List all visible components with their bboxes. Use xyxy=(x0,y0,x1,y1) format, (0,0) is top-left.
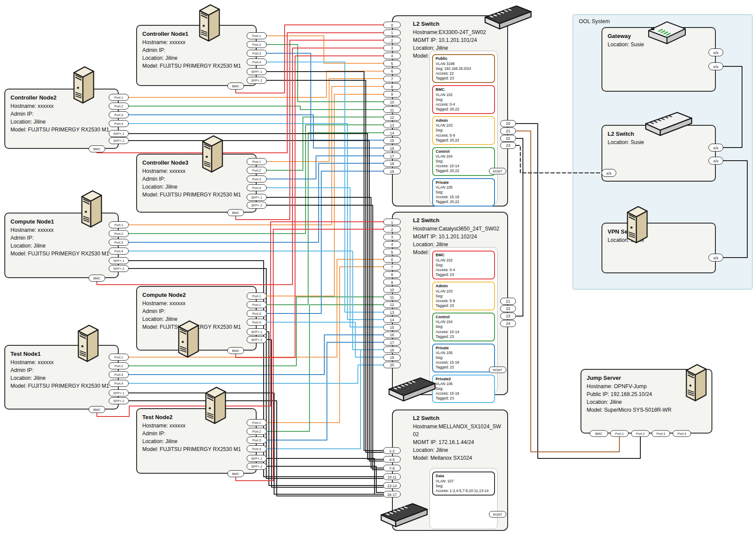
device-detail-line: Location: Jiline xyxy=(142,54,251,62)
wire-black-controller-node1 xyxy=(267,72,383,451)
vlan-detail-line: Seg: xyxy=(436,97,491,102)
wire-black-controller-node3 xyxy=(267,197,383,468)
port-left-15: 15 xyxy=(383,324,401,330)
vlan-detail-line: Tagged: 23 xyxy=(436,396,491,401)
port-bmc: BMC xyxy=(89,275,105,282)
device-detail-line: Model: FUJITSU PRIMERGY RX2530 M1 xyxy=(10,250,113,258)
device-info: Controller Node3Hostname: xxxxxxAdmin IP… xyxy=(137,155,256,212)
vlan-detail-line: VLAN 104 xyxy=(436,320,491,324)
port-xx: x/x xyxy=(708,144,723,151)
server-icon xyxy=(70,65,98,105)
port-port.1: Port.1 xyxy=(109,221,129,228)
port-port.4: Port.4 xyxy=(109,380,129,387)
vlan-name: Private xyxy=(436,180,449,185)
port-port.1: Port.1 xyxy=(247,419,267,426)
port-sfp+.2: SFP+.2 xyxy=(109,397,129,404)
port-port.4: Port.4 xyxy=(109,120,129,127)
port-bmc: BMC xyxy=(590,430,608,437)
vlan-name: Control xyxy=(436,315,450,319)
vlan-container: DataVLAN: 107Seg:Access: 1-2,4-5,7-8,10-… xyxy=(430,468,498,529)
port-left-12: 12 xyxy=(383,114,401,120)
port-left-16: 16 xyxy=(383,145,401,151)
device-title: Controller Node3 xyxy=(142,159,251,167)
switch-3d-icon xyxy=(378,500,430,534)
wire-green-compute-node2 xyxy=(267,133,383,305)
vlan-admin: AdminVLAN 103Seg:Access: 5-9Tagged: 20,2… xyxy=(432,116,495,145)
port-left-3: 3 xyxy=(383,45,401,51)
port-bmc: BMC xyxy=(227,470,244,477)
port-left-1: 1 xyxy=(383,219,401,225)
port-port.4: Port.4 xyxy=(109,248,129,255)
device-detail-line: Location: Jiline xyxy=(413,446,504,454)
vlan-detail-line: Access: 15-19 xyxy=(436,195,491,200)
switch-3d-icon xyxy=(482,3,534,37)
port-mgmt: MGMT xyxy=(489,511,506,518)
server-icon xyxy=(196,3,223,43)
port-left-16: 16 xyxy=(383,331,401,338)
port-bmc: BMC xyxy=(227,83,244,90)
vlan-detail-line: Access: 5-9 xyxy=(436,133,491,138)
device-detail-line: Model: FUJITSU PRIMERGY RX2530 M1 xyxy=(10,382,113,390)
port-left-0: 0 xyxy=(383,22,401,28)
wire-blue-controller-node2 xyxy=(129,115,383,148)
port-port.3: Port.3 xyxy=(109,111,129,118)
device-info: VPN ServerLocation: Susie xyxy=(602,224,715,272)
port-xx: x/x xyxy=(708,62,723,70)
vlan-control: ControlVLAN 104Seg:Access: 10-14Tagged: … xyxy=(432,147,495,176)
vlan-detail-line: Access: 1-2,4-5,7-8,10-11,13-14 xyxy=(436,489,491,493)
server-icon xyxy=(682,362,710,403)
vlan-detail-line: VLAN: 107 xyxy=(436,479,491,484)
wire-black-controller-node1 xyxy=(267,80,383,452)
vlan-detail-line: Access: 0-4 xyxy=(436,102,491,107)
device-title: L2 Switch xyxy=(413,217,504,225)
port-sfp+.1: SFP+.1 xyxy=(247,328,267,335)
device-detail-line: Admin IP: xyxy=(10,366,113,374)
port-left-5: 5 xyxy=(383,249,401,255)
device-detail-line: Hostname: xxxxxx xyxy=(142,422,251,430)
wire-sw1-22-to-sw2-23 xyxy=(516,138,523,316)
device-detail-line: MGMT IP: 172.16.1.44/24 xyxy=(413,438,504,446)
device-detail-line: Model: FUJITSU PRIMERGY RX2530 M1 xyxy=(10,126,113,134)
port-xx: x/x xyxy=(708,254,723,262)
port-left-13-14: 13-14 xyxy=(383,482,401,489)
port-sfp+.2: SFP+.2 xyxy=(247,336,267,343)
wire-orange-test-node2 xyxy=(267,267,383,423)
network-topology-diagram: Controller Node1Hostname: xxxxxxAdmin IP… xyxy=(0,0,756,537)
port-port.4: Port.4 xyxy=(247,59,267,65)
vlan-admin: AdminVLAN 103Seg:Access: 5-9Tagged: 23 xyxy=(432,282,495,310)
port-right-20: 20 xyxy=(500,120,516,127)
device-detail-line: Model: SuperMicro SYS-5018R-WR xyxy=(587,406,706,414)
vlan-detail-line: Access: 22 xyxy=(436,71,491,76)
vlan-detail-line: VLAN 105 xyxy=(436,185,491,190)
port-left-12: 12 xyxy=(383,301,401,308)
port-left-8: 8 xyxy=(383,271,401,278)
port-left-6: 6 xyxy=(383,256,401,263)
vlan-data: DataVLAN: 107Seg:Access: 1-2,4-5,7-8,10-… xyxy=(432,472,495,496)
vlan-detail-line: VLAN 105 xyxy=(436,351,491,355)
port-port.1: Port.1 xyxy=(109,94,129,101)
server-icon xyxy=(78,189,106,229)
port-bmc: BMC xyxy=(227,209,244,216)
vlan-detail-line: Access: 10-14 xyxy=(436,164,491,169)
port-bmc: BMC xyxy=(89,406,105,413)
wire-orange-controller-node3 xyxy=(267,79,383,162)
device-detail-line: Hostname: xxxxxx xyxy=(142,299,251,307)
port-port.2: Port.2 xyxy=(109,230,129,237)
wire-blue-compute-node2 xyxy=(267,171,383,313)
port-left-17: 17 xyxy=(383,339,401,346)
port-port.1: Port.1 xyxy=(247,158,267,165)
switch-3d-icon xyxy=(643,109,695,143)
vlan-detail-line: Seg: xyxy=(436,159,491,164)
port-sfp+.1: SFP+.1 xyxy=(247,455,267,462)
vlan-detail-line: Access: 15-19 xyxy=(436,360,491,365)
device-detail-line: Admin IP: xyxy=(142,46,251,54)
vlan-name: BMC xyxy=(436,253,445,257)
vlan-detail-line: Seg: xyxy=(436,128,491,133)
device-detail-line: Admin IP: xyxy=(142,430,251,437)
device-detail-line: Location: Jiline xyxy=(142,183,251,191)
port-port.2: Port.2 xyxy=(109,103,129,110)
port-port.3: Port.3 xyxy=(247,310,267,317)
server-icon xyxy=(623,204,651,244)
port-mgmt: MGMT xyxy=(489,367,506,373)
vlan-name: Admin xyxy=(436,118,448,123)
